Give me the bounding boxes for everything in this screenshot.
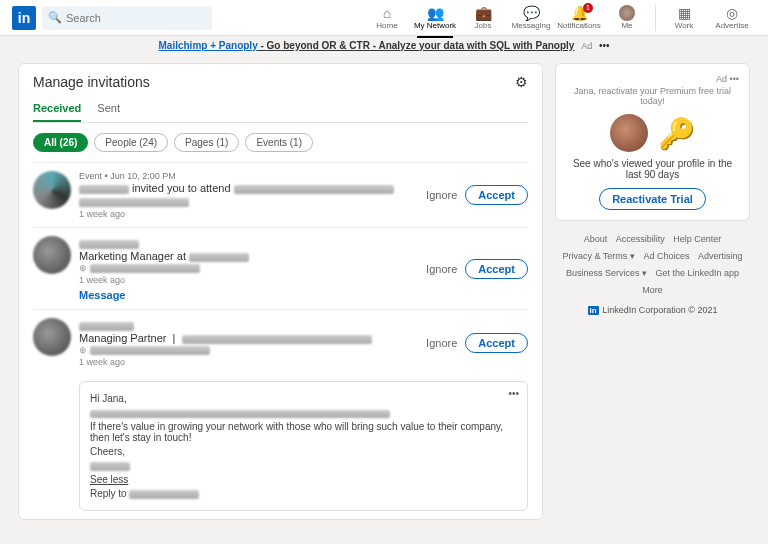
people-icon: 👥 xyxy=(427,5,444,21)
footer-link[interactable]: About xyxy=(584,234,608,244)
invitation-row: Managing Partner | ⊕ 1 week ago Ignore A… xyxy=(33,309,528,375)
nav-messaging[interactable]: 💬Messaging xyxy=(507,5,555,30)
promo-link-2[interactable]: - Go beyond OR & CTR - Analyze your data… xyxy=(258,40,575,51)
search-input[interactable] xyxy=(66,12,196,24)
briefcase-icon: 💼 xyxy=(475,5,492,21)
footer-link[interactable]: Help Center xyxy=(673,234,721,244)
message-link[interactable]: Message xyxy=(79,289,125,301)
footer-link[interactable]: More xyxy=(642,285,663,295)
invitations-panel: Manage invitations ⚙ Received Sent All (… xyxy=(18,63,543,520)
timestamp: 1 week ago xyxy=(79,275,418,285)
pill-pages[interactable]: Pages (1) xyxy=(174,133,239,152)
search-box[interactable]: 🔍 xyxy=(42,6,212,30)
promo-menu-icon[interactable]: ••• xyxy=(599,40,610,51)
profile-photo xyxy=(610,114,648,152)
card-menu-icon[interactable]: ••• xyxy=(730,74,739,84)
nav-advertise[interactable]: ◎Advertise xyxy=(708,5,756,30)
top-nav: in 🔍 ⌂Home 👥My Network 💼Jobs 💬Messaging … xyxy=(0,0,768,36)
nav-divider xyxy=(655,5,656,31)
accept-button[interactable]: Accept xyxy=(465,259,528,279)
target-icon: ◎ xyxy=(726,5,738,21)
grid-icon: ▦ xyxy=(678,5,691,21)
key-icon: 🔑 xyxy=(658,116,695,151)
page-title: Manage invitations xyxy=(33,74,515,90)
footer-link[interactable]: Get the LinkedIn app xyxy=(655,268,739,278)
reactivate-button[interactable]: Reactivate Trial xyxy=(599,188,706,210)
invitation-row: Event • Jun 10, 2:00 PM invited you to a… xyxy=(33,162,528,227)
see-less-toggle[interactable]: See less xyxy=(90,474,128,485)
footer-link[interactable]: Ad Choices xyxy=(643,251,689,261)
corporation-line: in LinkedIn Corporation © 2021 xyxy=(555,305,750,315)
card-text: See who's viewed your profile in the las… xyxy=(570,158,735,180)
pill-all[interactable]: All (26) xyxy=(33,133,88,152)
event-meta: Event • Jun 10, 2:00 PM xyxy=(79,171,418,181)
nav-me[interactable]: Me xyxy=(603,5,651,30)
home-icon: ⌂ xyxy=(383,5,391,21)
filter-pills: All (26) People (24) Pages (1) Events (1… xyxy=(33,133,528,152)
footer-link[interactable]: Privacy & Terms ▾ xyxy=(563,251,635,261)
nav-work[interactable]: ▦Work xyxy=(660,5,708,30)
accept-button[interactable]: Accept xyxy=(465,185,528,205)
footer-link[interactable]: Advertising xyxy=(698,251,743,261)
notif-badge: 1 xyxy=(583,3,593,13)
invitation-row: Marketing Manager at ⊕ 1 week ago Messag… xyxy=(33,227,528,309)
timestamp: 1 week ago xyxy=(79,209,418,219)
footer-link[interactable]: Business Services ▾ xyxy=(566,268,647,278)
invite-note: ••• Hi Jana, If there's value in growing… xyxy=(79,381,528,511)
mutual-connections: ⊕ xyxy=(79,263,418,273)
pill-events[interactable]: Events (1) xyxy=(245,133,313,152)
note-menu-icon[interactable]: ••• xyxy=(508,388,519,399)
chat-icon: 💬 xyxy=(523,5,540,21)
pill-people[interactable]: People (24) xyxy=(94,133,168,152)
promo-link-1[interactable]: Mailchimp + Panoply xyxy=(159,40,258,51)
settings-gear-icon[interactable]: ⚙ xyxy=(515,74,528,90)
mutual-connections: ⊕ xyxy=(79,345,418,355)
avatar[interactable] xyxy=(33,236,71,274)
card-headline: Jana, reactivate your Premium free trial… xyxy=(566,86,739,106)
ignore-button[interactable]: Ignore xyxy=(426,263,457,275)
linkedin-logo[interactable]: in xyxy=(12,6,36,30)
avatar-icon xyxy=(619,5,635,21)
timestamp: 1 week ago xyxy=(79,357,418,367)
promo-bar: Mailchimp + Panoply - Go beyond OR & CTR… xyxy=(0,36,768,55)
ignore-button[interactable]: Ignore xyxy=(426,189,457,201)
footer-link[interactable]: Accessibility xyxy=(616,234,665,244)
premium-card: Ad ••• Jana, reactivate your Premium fre… xyxy=(555,63,750,221)
accept-button[interactable]: Accept xyxy=(465,333,528,353)
tab-sent[interactable]: Sent xyxy=(97,102,120,122)
nav-jobs[interactable]: 💼Jobs xyxy=(459,5,507,30)
footer-links: About Accessibility Help Center Privacy … xyxy=(555,231,750,299)
ad-label: Ad xyxy=(581,41,592,51)
search-icon: 🔍 xyxy=(48,11,62,24)
sidebar: Ad ••• Jana, reactivate your Premium fre… xyxy=(555,63,750,520)
tab-received[interactable]: Received xyxy=(33,102,81,122)
nav-my-network[interactable]: 👥My Network xyxy=(411,5,459,30)
inv-tabs: Received Sent xyxy=(33,102,528,123)
ignore-button[interactable]: Ignore xyxy=(426,337,457,349)
avatar[interactable] xyxy=(33,318,71,356)
avatar[interactable] xyxy=(33,171,71,209)
nav-notifications[interactable]: 🔔1Notifications xyxy=(555,5,603,30)
nav-home[interactable]: ⌂Home xyxy=(363,5,411,30)
